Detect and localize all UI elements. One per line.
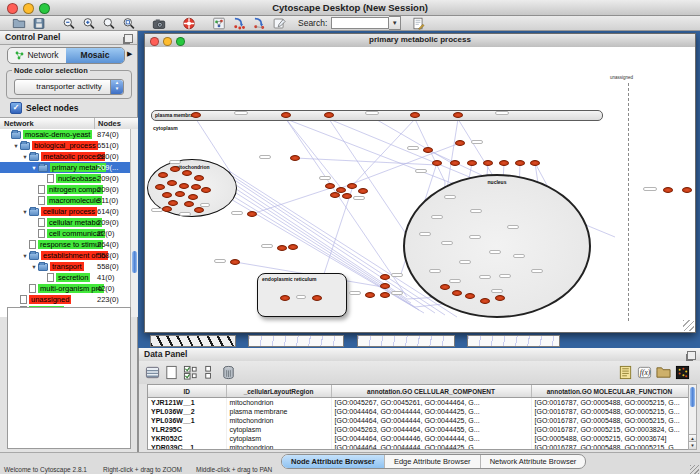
table-row[interactable]: YJR121W__1mitochondrion[GO:0045267, GO:0… [148,398,688,408]
graph-node[interactable] [175,191,185,197]
search-input[interactable] [331,17,389,29]
tree-row[interactable]: ▼primary metabo209(... [0,162,130,173]
graph-node[interactable] [162,206,172,212]
network-window-titlebar[interactable]: primary metabolic process [145,34,695,48]
tab-network[interactable]: Network [8,48,66,63]
graph-node[interactable] [167,180,177,186]
graph-node[interactable] [423,147,433,153]
graph-node[interactable] [455,140,465,146]
graph-node[interactable] [347,183,357,189]
graph-node[interactable] [380,283,390,289]
tree-row[interactable]: ▼establishment of lo558(0) [0,250,130,261]
tree-col-nodes[interactable]: Nodes [98,119,121,128]
table-row[interactable]: YPL036W__1mitochondrion[GO:0044464, GO:0… [148,416,688,425]
table-scrollbar-thumb[interactable] [690,387,695,407]
node-color-dropdown[interactable]: transporter activity ▲▼ [14,79,124,95]
graph-node[interactable] [194,175,204,181]
heatmap-icon[interactable] [675,365,690,380]
tree-row[interactable]: macromolecule311(0) [0,195,130,206]
graph-node[interactable] [453,112,463,118]
help-ring-icon[interactable] [182,17,196,30]
tab-mosaic[interactable]: Mosaic [66,48,124,63]
expand-triangle-icon[interactable]: ▼ [21,253,29,259]
graph-node[interactable] [184,201,194,207]
graph-node[interactable] [194,207,204,213]
graph-node[interactable] [530,160,540,166]
background-window-thumbnail[interactable] [248,335,344,347]
expand-triangle-icon[interactable]: ▼ [12,143,20,149]
expand-triangle-icon[interactable]: ▼ [30,264,38,270]
graph-node[interactable] [467,160,477,166]
tree-col-network[interactable]: Network [4,119,34,128]
graph-node[interactable] [452,290,462,296]
graph-node[interactable] [158,172,168,178]
graph-node[interactable] [155,184,165,190]
col-go-cellular-component[interactable]: annotation.GO CELLULAR_COMPONENT [331,385,531,398]
select-nodes-checkbox[interactable]: ✓ [10,102,22,114]
graph-node[interactable] [682,187,692,193]
float-panel-icon[interactable] [124,34,133,43]
network-canvas[interactable]: plasma membrane cytoplasm mitochondrion … [145,47,695,332]
table-row[interactable]: YPL036W__2plasma membrane[GO:0044464, GO… [148,407,688,416]
window-resize-grip[interactable] [683,320,694,331]
graph-node[interactable] [365,292,375,298]
graph-node[interactable] [410,112,420,118]
graph-node[interactable] [247,211,257,217]
tree-row[interactable]: response to stimul264(0) [0,239,130,250]
tree-row[interactable]: cell communicat22(0) [0,228,130,239]
graph-node[interactable] [465,293,475,299]
tree-row[interactable]: nitrogen compo209(0) [0,184,130,195]
expand-triangle-icon[interactable]: ▼ [30,165,38,171]
graph-node[interactable] [663,187,673,193]
graph-node[interactable] [483,160,493,166]
scroll-down-icon[interactable]: ▼ [689,441,696,449]
select-attributes-icon[interactable] [183,365,198,380]
graph-node[interactable] [380,274,390,280]
background-window-thumbnail[interactable] [357,335,455,347]
graph-node[interactable] [312,295,322,301]
delete-attribute-icon[interactable] [221,365,236,380]
snapshot-icon[interactable] [152,17,166,30]
save-session-icon[interactable] [32,17,46,30]
network-overview-icon[interactable] [212,17,226,30]
table-scrollbar[interactable]: ▲ ▼ [688,384,697,450]
tree-row[interactable]: cellular metabo209(0) [0,217,130,228]
table-row[interactable]: YLR295Ccytoplasm[GO:0045263, GO:0044464,… [148,425,688,434]
background-window-thumbnail[interactable] [150,335,236,347]
graph-node[interactable] [432,160,442,166]
graph-node[interactable] [358,188,368,194]
graph-node[interactable] [162,192,172,198]
graph-node[interactable] [179,183,189,189]
table-row[interactable]: YKR052Ccytoplasm[GO:0044464, GO:0044446,… [148,434,688,443]
graph-node[interactable] [170,166,180,172]
tree-scrollbar-thumb[interactable] [132,251,137,273]
attribute-table[interactable]: ID _cellularLayoutRegion annotation.GO C… [147,384,689,450]
graph-node[interactable] [280,295,290,301]
graph-node[interactable] [325,183,335,189]
expand-triangle-icon[interactable]: ▼ [21,154,29,160]
expand-triangle-icon[interactable]: ▼ [21,209,29,215]
zoom-selected-icon[interactable] [122,17,136,30]
table-row[interactable]: YDR039C__1mitochondrion[GO:0044464, GO:0… [148,443,688,450]
tree-row[interactable]: unassigned223(0) [0,294,130,305]
float-panel-icon[interactable] [687,351,696,360]
graph-node[interactable] [515,160,525,166]
graph-node[interactable] [191,112,201,118]
new-attribute-icon[interactable] [164,365,179,380]
zoom-fit-icon[interactable] [102,17,116,30]
attribute-matrix-icon[interactable] [145,365,160,380]
tree-row[interactable]: ▼cellular process614(0) [0,206,130,217]
graph-node[interactable] [499,160,509,166]
tree-row[interactable]: ▼metabolic process280(0) [0,151,130,162]
graph-node[interactable] [480,298,490,304]
col-cellular-layout-region[interactable]: _cellularLayoutRegion [226,385,331,398]
graph-node[interactable] [290,155,300,161]
graph-node[interactable] [342,193,352,199]
graph-node[interactable] [201,187,211,193]
vizmapper-icon[interactable] [272,17,286,30]
graph-node[interactable] [168,200,178,206]
zoom-in-icon[interactable] [82,17,96,30]
graph-node[interactable] [450,160,460,166]
hide-selected-edges-icon[interactable] [252,17,266,30]
col-go-molecular-function[interactable]: annotation.GO MOLECULAR_FUNCTION [531,385,688,398]
